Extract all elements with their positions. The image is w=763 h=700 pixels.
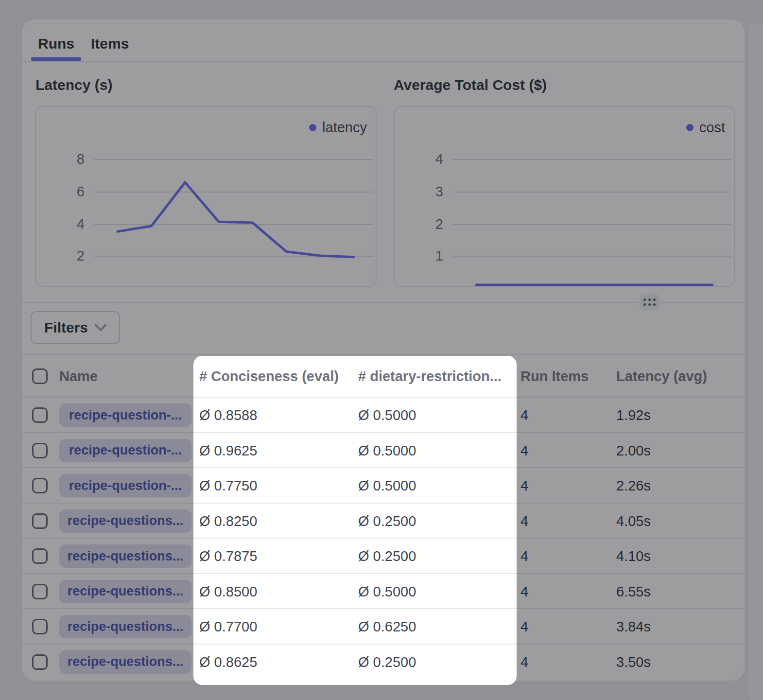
dietary-score: Ø 0.6250 [358,609,416,645]
latency-avg-value: 4.05s [616,504,651,539]
column-header-run-items[interactable]: Run Items [520,355,589,398]
cost-chart: cost 4 3 2 1 [394,106,735,287]
table-row: recipe-questions... Ø 0.8625 Ø 0.2500 4 … [22,644,745,679]
filters-button[interactable]: Filters [31,311,120,344]
table-row: recipe-question-... Ø 0.9625 Ø 0.5000 4 … [22,432,745,468]
run-name-badge[interactable]: recipe-questions... [59,580,191,603]
latency-avg-value: 3.84s [616,609,651,645]
row-checkbox[interactable] [32,654,48,670]
row-checkbox[interactable] [32,443,48,458]
row-checkbox[interactable] [32,619,48,634]
row-checkbox[interactable] [32,478,48,493]
resize-grip-icon[interactable] [640,294,659,311]
run-items-count: 4 [520,433,528,469]
tab-items[interactable]: Items [91,30,129,57]
app-background: Runs Items Latency (s) Average Total Cos… [0,0,763,700]
run-name-badge[interactable]: recipe-questions... [59,509,191,533]
dietary-score: Ø 0.2500 [358,645,416,680]
page-scroll-gutter[interactable] [748,23,763,700]
runs-table: Name # Conciseness (eval) # dietary-rest… [22,354,745,679]
cost-line-series [395,107,734,286]
run-name-badge[interactable]: recipe-questions... [59,544,191,568]
tabbar-divider [22,61,745,62]
dietary-score: Ø 0.2500 [358,504,416,539]
select-all-checkbox[interactable] [32,368,48,384]
latency-avg-value: 2.26s [616,468,651,504]
table-header-row: Name # Conciseness (eval) # dietary-rest… [22,354,745,397]
conciseness-score: Ø 0.8250 [199,504,257,539]
dietary-score: Ø 0.5000 [358,433,416,469]
table-row: recipe-questions... Ø 0.8250 Ø 0.2500 4 … [22,503,745,538]
tab-runs[interactable]: Runs [38,30,74,57]
chevron-down-icon [95,324,106,332]
table-row: recipe-question-... Ø 0.8588 Ø 0.5000 4 … [22,397,745,432]
dietary-score: Ø 0.2500 [358,539,416,574]
latency-avg-value: 3.50s [616,645,651,680]
run-items-count: 4 [520,609,528,645]
row-checkbox[interactable] [32,584,48,599]
run-items-count: 4 [520,398,528,433]
conciseness-score: Ø 0.7700 [199,609,257,645]
column-header-conciseness[interactable]: # Conciseness (eval) [199,355,339,398]
run-name-badge[interactable]: recipe-question-... [59,474,191,497]
column-header-latency-avg[interactable]: Latency (avg) [616,355,707,398]
conciseness-score: Ø 0.9625 [199,433,257,469]
table-row: recipe-questions... Ø 0.7875 Ø 0.2500 4 … [22,538,745,573]
conciseness-score: Ø 0.8500 [199,574,257,610]
latency-chart-title: Latency (s) [35,77,112,93]
conciseness-score: Ø 0.8625 [199,645,257,680]
run-name-badge[interactable]: recipe-questions... [59,650,191,674]
section-divider [22,302,745,303]
run-items-count: 4 [520,574,528,610]
latency-avg-value: 1.92s [616,398,651,433]
latency-avg-value: 6.55s [616,574,651,610]
latency-avg-value: 2.00s [616,433,651,469]
run-items-count: 4 [520,539,528,574]
latency-chart: latency 8 6 4 2 [35,106,377,287]
conciseness-score: Ø 0.8588 [199,398,257,433]
row-checkbox[interactable] [32,407,48,423]
run-items-count: 4 [520,504,528,539]
run-name-badge[interactable]: recipe-question-... [59,439,191,462]
dietary-score: Ø 0.5000 [358,574,416,610]
conciseness-score: Ø 0.7875 [199,539,257,574]
run-items-count: 4 [520,645,528,680]
column-header-dietary-restriction[interactable]: # dietary-restriction... [358,355,502,398]
active-tab-indicator [31,57,81,61]
row-checkbox[interactable] [32,513,48,529]
table-row: recipe-questions... Ø 0.7700 Ø 0.6250 4 … [22,608,745,644]
runs-panel-card: Runs Items Latency (s) Average Total Cos… [22,19,745,681]
dietary-score: Ø 0.5000 [358,468,416,504]
latency-avg-value: 4.10s [616,539,651,574]
run-items-count: 4 [520,468,528,504]
filters-button-label: Filters [44,319,88,336]
column-header-name[interactable]: Name [59,355,98,398]
run-name-badge[interactable]: recipe-questions... [59,615,191,638]
row-checkbox[interactable] [32,548,48,564]
dietary-score: Ø 0.5000 [358,398,416,433]
cost-chart-title: Average Total Cost ($) [394,77,547,93]
table-row: recipe-questions... Ø 0.8500 Ø 0.5000 4 … [22,573,745,609]
run-name-badge[interactable]: recipe-question-... [59,403,191,427]
conciseness-score: Ø 0.7750 [199,468,257,504]
latency-line-series [36,107,376,286]
table-row: recipe-question-... Ø 0.7750 Ø 0.5000 4 … [22,467,745,503]
